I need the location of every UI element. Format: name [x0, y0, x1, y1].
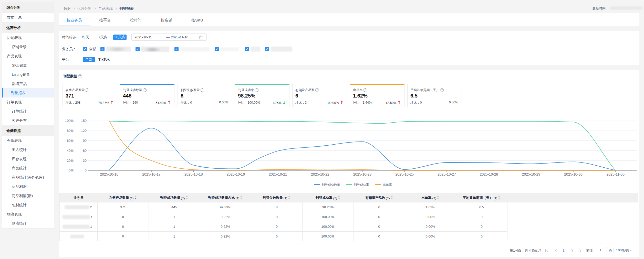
- svg-text:2025-10-30: 2025-10-30: [564, 172, 583, 176]
- svg-text:30: 30: [83, 159, 87, 163]
- svg-text:150: 150: [81, 119, 87, 123]
- svg-text:2025-10-18: 2025-10-18: [184, 172, 203, 176]
- svg-text:2025-10-17: 2025-10-17: [142, 172, 161, 176]
- svg-text:120: 120: [81, 129, 87, 133]
- svg-text:60: 60: [83, 149, 87, 153]
- svg-text:90: 90: [83, 139, 87, 143]
- svg-text:2025-10-27: 2025-10-27: [438, 172, 456, 176]
- svg-text:2025-10-28: 2025-10-28: [480, 172, 498, 176]
- svg-text:2025-10-22: 2025-10-22: [311, 172, 329, 176]
- svg-text:2025-10-29: 2025-10-29: [522, 172, 540, 176]
- svg-text:2025-10-19: 2025-10-19: [227, 172, 245, 176]
- svg-text:20%: 20%: [67, 159, 74, 163]
- svg-text:80%: 80%: [67, 129, 74, 133]
- svg-text:2025-10-23: 2025-10-23: [353, 172, 372, 176]
- svg-text:2025-10-16: 2025-10-16: [100, 172, 118, 176]
- svg-text:2025-10-21: 2025-10-21: [269, 172, 287, 176]
- svg-text:100%: 100%: [65, 119, 74, 123]
- svg-text:60%: 60%: [67, 139, 74, 143]
- svg-text:40%: 40%: [67, 149, 74, 153]
- svg-text:2025-11-05: 2025-11-05: [606, 172, 625, 176]
- svg-text:2025-10-25: 2025-10-25: [395, 172, 414, 176]
- svg-text:0: 0: [85, 168, 87, 172]
- svg-text:0%: 0%: [69, 168, 74, 172]
